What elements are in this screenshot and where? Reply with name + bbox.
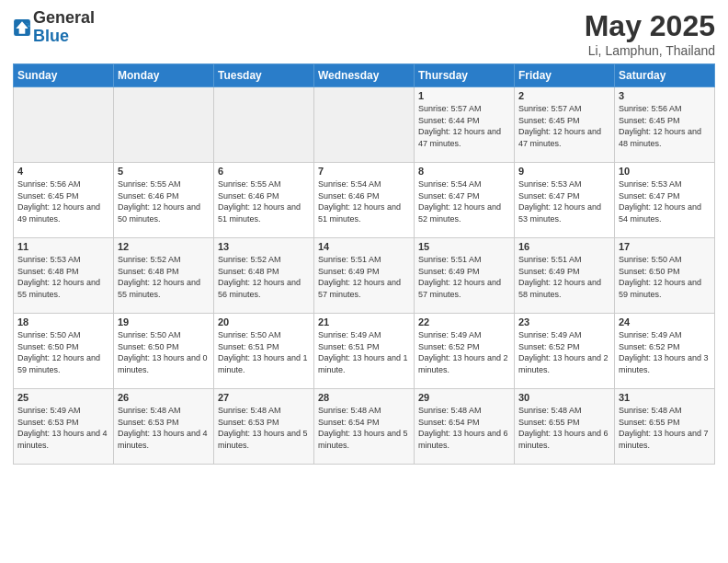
- table-row: 29Sunrise: 5:48 AM Sunset: 6:54 PM Dayli…: [415, 389, 515, 465]
- day-info: Sunrise: 5:49 AM Sunset: 6:52 PM Dayligh…: [518, 329, 610, 375]
- table-row: 17Sunrise: 5:50 AM Sunset: 6:50 PM Dayli…: [615, 238, 715, 314]
- table-row: 8Sunrise: 5:54 AM Sunset: 6:47 PM Daylig…: [415, 163, 515, 238]
- day-number: 5: [118, 166, 210, 177]
- day-number: 25: [17, 392, 109, 403]
- logo-text: General Blue: [33, 9, 95, 46]
- day-number: 12: [118, 241, 210, 252]
- day-info: Sunrise: 5:53 AM Sunset: 6:48 PM Dayligh…: [17, 254, 109, 300]
- day-number: 26: [118, 392, 210, 403]
- table-row: 19Sunrise: 5:50 AM Sunset: 6:50 PM Dayli…: [114, 314, 214, 389]
- day-number: 29: [418, 392, 510, 403]
- table-row: 25Sunrise: 5:49 AM Sunset: 6:53 PM Dayli…: [14, 389, 114, 465]
- day-number: 28: [318, 392, 410, 403]
- table-row: 6Sunrise: 5:55 AM Sunset: 6:46 PM Daylig…: [214, 163, 314, 238]
- day-number: 21: [318, 316, 410, 327]
- day-info: Sunrise: 5:56 AM Sunset: 6:45 PM Dayligh…: [619, 103, 711, 149]
- day-number: 3: [619, 90, 711, 101]
- day-info: Sunrise: 5:48 AM Sunset: 6:53 PM Dayligh…: [218, 405, 310, 451]
- day-number: 19: [118, 316, 210, 327]
- day-info: Sunrise: 5:55 AM Sunset: 6:46 PM Dayligh…: [218, 178, 310, 224]
- table-row: 10Sunrise: 5:53 AM Sunset: 6:47 PM Dayli…: [615, 163, 715, 238]
- day-info: Sunrise: 5:55 AM Sunset: 6:46 PM Dayligh…: [118, 178, 210, 224]
- col-sunday: Sunday: [14, 64, 114, 87]
- table-row: 22Sunrise: 5:49 AM Sunset: 6:52 PM Dayli…: [415, 314, 515, 389]
- day-number: 24: [619, 316, 711, 327]
- day-info: Sunrise: 5:49 AM Sunset: 6:52 PM Dayligh…: [418, 329, 510, 375]
- logo-general: General: [33, 9, 95, 28]
- table-row: 9Sunrise: 5:53 AM Sunset: 6:47 PM Daylig…: [515, 163, 615, 238]
- day-number: 17: [619, 241, 711, 252]
- day-number: 7: [318, 166, 410, 177]
- table-row: 26Sunrise: 5:48 AM Sunset: 6:53 PM Dayli…: [114, 389, 214, 465]
- title-block: May 2025 Li, Lamphun, Thailand: [585, 9, 715, 58]
- table-row: 24Sunrise: 5:49 AM Sunset: 6:52 PM Dayli…: [615, 314, 715, 389]
- day-number: 31: [619, 392, 711, 403]
- table-row: 18Sunrise: 5:50 AM Sunset: 6:50 PM Dayli…: [14, 314, 114, 389]
- table-row: 30Sunrise: 5:48 AM Sunset: 6:55 PM Dayli…: [515, 389, 615, 465]
- day-info: Sunrise: 5:52 AM Sunset: 6:48 PM Dayligh…: [118, 254, 210, 300]
- day-info: Sunrise: 5:49 AM Sunset: 6:51 PM Dayligh…: [318, 329, 410, 375]
- day-info: Sunrise: 5:54 AM Sunset: 6:47 PM Dayligh…: [418, 178, 510, 224]
- col-saturday: Saturday: [615, 64, 715, 87]
- table-row: [114, 87, 214, 163]
- logo-blue: Blue: [33, 28, 95, 46]
- day-number: 1: [418, 90, 510, 101]
- col-tuesday: Tuesday: [214, 64, 314, 87]
- logo: General Blue: [13, 9, 95, 46]
- day-info: Sunrise: 5:53 AM Sunset: 6:47 PM Dayligh…: [619, 178, 711, 224]
- day-info: Sunrise: 5:57 AM Sunset: 6:44 PM Dayligh…: [418, 103, 510, 149]
- table-row: 15Sunrise: 5:51 AM Sunset: 6:49 PM Dayli…: [415, 238, 515, 314]
- day-number: 23: [518, 316, 610, 327]
- header-row: Sunday Monday Tuesday Wednesday Thursday…: [14, 64, 715, 87]
- day-info: Sunrise: 5:49 AM Sunset: 6:53 PM Dayligh…: [17, 405, 109, 451]
- logo-icon: [13, 17, 31, 38]
- day-number: 6: [218, 166, 310, 177]
- day-number: 8: [418, 166, 510, 177]
- day-number: 27: [218, 392, 310, 403]
- header: General Blue May 2025 Li, Lamphun, Thail…: [13, 9, 715, 58]
- day-number: 9: [518, 166, 610, 177]
- table-row: 16Sunrise: 5:51 AM Sunset: 6:49 PM Dayli…: [515, 238, 615, 314]
- day-info: Sunrise: 5:49 AM Sunset: 6:52 PM Dayligh…: [619, 329, 711, 375]
- day-number: 11: [17, 241, 109, 252]
- day-info: Sunrise: 5:57 AM Sunset: 6:45 PM Dayligh…: [518, 103, 610, 149]
- table-row: 28Sunrise: 5:48 AM Sunset: 6:54 PM Dayli…: [314, 389, 415, 465]
- table-row: [214, 87, 314, 163]
- day-info: Sunrise: 5:52 AM Sunset: 6:48 PM Dayligh…: [218, 254, 310, 300]
- table-row: 5Sunrise: 5:55 AM Sunset: 6:46 PM Daylig…: [114, 163, 214, 238]
- col-thursday: Thursday: [415, 64, 515, 87]
- table-row: 3Sunrise: 5:56 AM Sunset: 6:45 PM Daylig…: [615, 87, 715, 163]
- day-number: 22: [418, 316, 510, 327]
- title-location: Li, Lamphun, Thailand: [585, 43, 715, 58]
- table-row: 11Sunrise: 5:53 AM Sunset: 6:48 PM Dayli…: [14, 238, 114, 314]
- day-number: 15: [418, 241, 510, 252]
- table-row: 23Sunrise: 5:49 AM Sunset: 6:52 PM Dayli…: [515, 314, 615, 389]
- table-row: 31Sunrise: 5:48 AM Sunset: 6:55 PM Dayli…: [615, 389, 715, 465]
- day-number: 20: [218, 316, 310, 327]
- day-number: 4: [17, 166, 109, 177]
- page: General Blue May 2025 Li, Lamphun, Thail…: [0, 0, 728, 563]
- calendar-week-1: 4Sunrise: 5:56 AM Sunset: 6:45 PM Daylig…: [14, 163, 715, 238]
- day-info: Sunrise: 5:53 AM Sunset: 6:47 PM Dayligh…: [518, 178, 610, 224]
- table-row: [314, 87, 415, 163]
- day-info: Sunrise: 5:48 AM Sunset: 6:54 PM Dayligh…: [318, 405, 410, 451]
- table-row: 1Sunrise: 5:57 AM Sunset: 6:44 PM Daylig…: [415, 87, 515, 163]
- table-row: [14, 87, 114, 163]
- day-info: Sunrise: 5:56 AM Sunset: 6:45 PM Dayligh…: [17, 178, 109, 224]
- col-wednesday: Wednesday: [314, 64, 415, 87]
- day-number: 10: [619, 166, 711, 177]
- day-info: Sunrise: 5:50 AM Sunset: 6:51 PM Dayligh…: [218, 329, 310, 375]
- day-number: 13: [218, 241, 310, 252]
- day-info: Sunrise: 5:48 AM Sunset: 6:54 PM Dayligh…: [418, 405, 510, 451]
- col-friday: Friday: [515, 64, 615, 87]
- calendar-week-2: 11Sunrise: 5:53 AM Sunset: 6:48 PM Dayli…: [14, 238, 715, 314]
- table-row: 4Sunrise: 5:56 AM Sunset: 6:45 PM Daylig…: [14, 163, 114, 238]
- calendar-week-4: 25Sunrise: 5:49 AM Sunset: 6:53 PM Dayli…: [14, 389, 715, 465]
- day-info: Sunrise: 5:50 AM Sunset: 6:50 PM Dayligh…: [118, 329, 210, 375]
- table-row: 12Sunrise: 5:52 AM Sunset: 6:48 PM Dayli…: [114, 238, 214, 314]
- day-number: 2: [518, 90, 610, 101]
- day-info: Sunrise: 5:48 AM Sunset: 6:53 PM Dayligh…: [118, 405, 210, 451]
- day-info: Sunrise: 5:50 AM Sunset: 6:50 PM Dayligh…: [619, 254, 711, 300]
- day-number: 30: [518, 392, 610, 403]
- table-row: 2Sunrise: 5:57 AM Sunset: 6:45 PM Daylig…: [515, 87, 615, 163]
